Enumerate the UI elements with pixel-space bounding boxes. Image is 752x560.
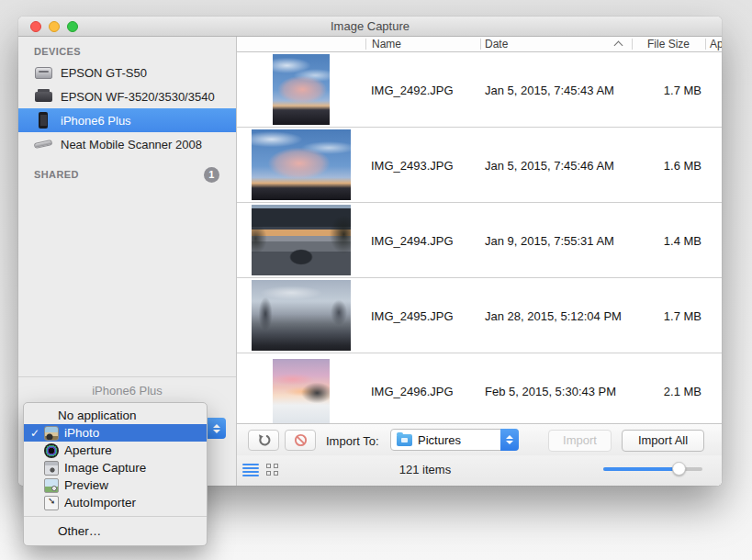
table-header: Name Date File Size Ap bbox=[237, 37, 722, 52]
thumbnail-cell bbox=[237, 353, 365, 423]
menu-item-image-capture[interactable]: Image Capture bbox=[24, 459, 207, 476]
table-row[interactable]: IMG_2495.JPG Jan 28, 2015, 5:12:04 PM 1.… bbox=[237, 278, 722, 353]
column-header-name[interactable]: Name bbox=[372, 38, 401, 51]
sidebar-divider bbox=[18, 376, 236, 377]
iphoto-icon bbox=[44, 426, 59, 441]
pictures-folder-icon bbox=[397, 434, 412, 446]
photo-thumbnail[interactable] bbox=[252, 205, 351, 275]
import-all-button[interactable]: Import All bbox=[622, 430, 704, 452]
desktop: { "window": { "title": "Image Capture" }… bbox=[0, 0, 752, 560]
menu-item-label: iPhoto bbox=[64, 426, 99, 440]
file-size: 1.4 MB bbox=[621, 233, 701, 247]
aperture-icon bbox=[44, 443, 59, 458]
photo-thumbnail[interactable] bbox=[252, 129, 351, 200]
rotate-button[interactable] bbox=[248, 430, 279, 451]
items-count: 121 items bbox=[379, 463, 471, 476]
prohibition-icon bbox=[294, 433, 308, 447]
import-toolbar: Import To: Pictures Import Import All bbox=[237, 423, 722, 455]
table-row[interactable]: IMG_2492.JPG Jan 5, 2015, 7:45:43 AM 1.7… bbox=[237, 52, 722, 128]
sidebar-item-iphone6-plus[interactable]: iPhone6 Plus bbox=[18, 108, 236, 132]
zoom-button[interactable] bbox=[67, 21, 78, 32]
sidebar-item-epson-gt-s50[interactable]: EPSON GT-S50 bbox=[18, 61, 236, 84]
menu-item-label: No application bbox=[58, 409, 137, 422]
checkmark-icon: ✓ bbox=[30, 427, 44, 440]
shared-count-badge: 1 bbox=[204, 167, 219, 183]
file-list-pane: Name Date File Size Ap IMG_2492.JPG Jan … bbox=[237, 37, 722, 486]
scanner-slim-icon bbox=[34, 136, 52, 152]
file-name: IMG_2496.JPG bbox=[371, 384, 479, 398]
file-name: IMG_2494.JPG bbox=[371, 233, 479, 247]
printer-icon bbox=[34, 88, 52, 105]
grid-view-icon[interactable] bbox=[266, 464, 278, 476]
photo-thumbnail[interactable] bbox=[273, 54, 330, 125]
menu-item-preview[interactable]: Preview bbox=[24, 476, 207, 494]
menu-item-label: Other… bbox=[58, 524, 101, 538]
menu-item-no-application[interactable]: No application bbox=[24, 407, 207, 424]
close-button[interactable] bbox=[30, 21, 41, 32]
shared-header: SHARED bbox=[34, 167, 79, 182]
photo-thumbnail[interactable] bbox=[273, 359, 330, 423]
menu-item-label: Preview bbox=[64, 478, 108, 492]
popup-stepper-icon bbox=[208, 418, 226, 439]
table-row[interactable]: IMG_2496.JPG Feb 5, 2015, 5:30:43 PM 2.1… bbox=[237, 353, 722, 423]
photo-thumbnail[interactable] bbox=[252, 280, 351, 351]
minimize-button[interactable] bbox=[49, 21, 60, 32]
thumbnail-size-slider[interactable] bbox=[603, 467, 702, 471]
thumbnail-cell bbox=[237, 203, 365, 277]
slider-knob[interactable] bbox=[672, 462, 686, 476]
destination-value: Pictures bbox=[418, 433, 461, 447]
device-name: EPSON GT-S50 bbox=[61, 66, 147, 80]
menu-item-other[interactable]: Other… bbox=[24, 521, 207, 541]
file-date: Feb 5, 2015, 5:30:43 PM bbox=[485, 384, 630, 398]
delete-button[interactable] bbox=[285, 430, 316, 451]
titlebar[interactable]: Image Capture bbox=[18, 17, 722, 37]
table-row[interactable]: IMG_2493.JPG Jan 5, 2015, 7:45:46 AM 1.6… bbox=[237, 128, 722, 203]
menu-item-label: Image Capture bbox=[64, 461, 146, 475]
status-bar: 121 items bbox=[237, 455, 722, 486]
column-divider[interactable] bbox=[705, 39, 706, 50]
column-divider[interactable] bbox=[480, 39, 481, 50]
list-view-icon[interactable] bbox=[242, 464, 259, 478]
file-name: IMG_2493.JPG bbox=[371, 158, 479, 172]
column-header-aperture[interactable]: Ap bbox=[710, 38, 722, 51]
column-divider[interactable] bbox=[632, 39, 633, 50]
sort-ascending-icon bbox=[614, 41, 623, 50]
preview-icon bbox=[44, 478, 59, 493]
scanner-icon bbox=[34, 64, 52, 81]
sidebar-item-epson-wf[interactable]: EPSON WF-3520/3530/3540 bbox=[18, 84, 236, 108]
file-date: Jan 5, 2015, 7:45:43 AM bbox=[485, 83, 630, 96]
column-divider[interactable] bbox=[365, 39, 366, 50]
menu-item-iphoto[interactable]: ✓ iPhoto bbox=[24, 424, 207, 442]
window-title: Image Capture bbox=[18, 17, 722, 37]
file-date: Jan 9, 2015, 7:55:31 AM bbox=[485, 233, 630, 247]
import-button[interactable]: Import bbox=[548, 430, 612, 452]
menu-item-autoimporter[interactable]: AutoImporter bbox=[24, 494, 207, 511]
thumbnail-cell bbox=[237, 128, 365, 202]
menu-item-label: Aperture bbox=[64, 443, 112, 457]
file-size: 1.7 MB bbox=[621, 83, 701, 96]
table-row[interactable]: IMG_2494.JPG Jan 9, 2015, 7:55:31 AM 1.4… bbox=[237, 203, 722, 278]
file-list: IMG_2492.JPG Jan 5, 2015, 7:45:43 AM 1.7… bbox=[237, 52, 722, 423]
image-capture-icon bbox=[44, 461, 59, 476]
file-date: Jan 5, 2015, 7:45:46 AM bbox=[485, 158, 630, 172]
menu-separator bbox=[24, 516, 207, 517]
device-name: iPhone6 Plus bbox=[61, 114, 131, 128]
import-to-label: Import To: bbox=[326, 434, 379, 448]
file-name: IMG_2492.JPG bbox=[371, 83, 479, 96]
popup-stepper-icon bbox=[500, 429, 519, 451]
slider-fill bbox=[603, 467, 679, 471]
column-header-file-size[interactable]: File Size bbox=[635, 38, 701, 51]
shared-header-row: SHARED 1 bbox=[34, 167, 236, 182]
destination-popup[interactable]: Pictures bbox=[390, 429, 519, 451]
menu-item-aperture[interactable]: Aperture bbox=[24, 442, 207, 459]
column-header-date[interactable]: Date bbox=[485, 38, 508, 51]
thumbnail-cell bbox=[237, 278, 365, 353]
rotate-left-icon bbox=[257, 433, 271, 447]
file-date: Jan 28, 2015, 5:12:04 PM bbox=[485, 308, 630, 322]
application-menu: No application ✓ iPhoto Aperture Image C… bbox=[23, 402, 208, 546]
sidebar-item-neat-scanner[interactable]: Neat Mobile Scanner 2008 bbox=[18, 132, 236, 156]
thumbnail-cell bbox=[237, 52, 365, 127]
file-name: IMG_2495.JPG bbox=[371, 308, 479, 322]
file-size: 1.6 MB bbox=[621, 158, 701, 172]
device-name: Neat Mobile Scanner 2008 bbox=[61, 138, 202, 151]
